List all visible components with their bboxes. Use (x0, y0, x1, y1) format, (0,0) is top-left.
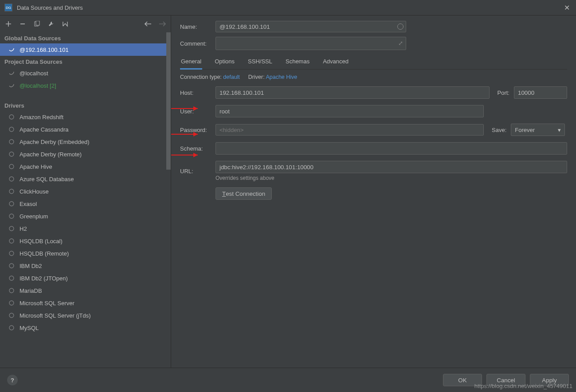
driver-item[interactable]: IBM Db2 (0, 260, 171, 272)
driver-item[interactable]: Microsoft SQL Server (0, 297, 171, 309)
driver-item[interactable]: Apache Cassandra (0, 123, 171, 136)
window-title: Data Sources and Drivers (17, 4, 562, 11)
sidebar: Global Data Sources @192.168.100.101 Pro… (0, 16, 171, 368)
driver-icon (8, 138, 15, 145)
driver-item[interactable]: Exasol (0, 198, 171, 210)
tab-options[interactable]: Options (214, 55, 235, 69)
svg-rect-1 (36, 21, 39, 25)
driver-icon (8, 324, 15, 331)
global-header: Global Data Sources (0, 32, 171, 43)
reset-icon[interactable] (61, 20, 69, 28)
driver-item[interactable]: HSQLDB (Local) (0, 235, 171, 247)
driver-item[interactable]: MySQL (0, 322, 171, 334)
driver-icon (8, 188, 15, 195)
driver-icon (8, 287, 15, 294)
user-input[interactable] (216, 105, 484, 117)
host-input[interactable] (216, 86, 490, 99)
driver-item[interactable]: Apache Derby (Embedded) (0, 136, 171, 148)
url-hint: Overrides settings above (216, 175, 567, 181)
driver-icon (8, 175, 15, 182)
driver-icon (8, 299, 15, 307)
password-label: Password: (180, 127, 216, 133)
footer: ? OK Cancel Apply (0, 368, 576, 392)
driver-label: Amazon Redshift (20, 114, 63, 120)
tab-general[interactable]: General (180, 55, 202, 69)
copy-icon[interactable] (33, 20, 41, 28)
url-input[interactable] (216, 161, 567, 173)
datasource-item[interactable]: @localhost (0, 67, 171, 79)
color-indicator-icon[interactable] (397, 23, 404, 30)
driver-item[interactable]: Apache Hive (0, 160, 171, 173)
sidebar-toolbar (0, 16, 171, 32)
driver-label: Apache Derby (Embedded) (20, 139, 90, 145)
apply-button[interactable]: Apply (530, 374, 569, 386)
svg-point-13 (9, 251, 14, 256)
scrollbar[interactable] (166, 32, 171, 368)
driver-item[interactable]: Amazon Redshift (0, 111, 171, 123)
close-icon[interactable]: ✕ (562, 4, 572, 12)
driver-icon (8, 113, 15, 120)
driver-icon (8, 262, 15, 269)
driver-label: Apache Cassandra (20, 126, 69, 133)
comment-label: Comment: (180, 40, 216, 47)
help-button[interactable]: ? (7, 375, 18, 385)
password-input[interactable]: <hidden> (216, 124, 484, 136)
tab-sshssl[interactable]: SSH/SSL (247, 55, 273, 69)
driver-item[interactable]: Greenplum (0, 210, 171, 222)
driver-icon (8, 151, 15, 158)
port-label: Port: (498, 89, 509, 96)
remove-icon[interactable] (19, 20, 27, 28)
schema-label: Schema: (180, 145, 216, 152)
datasource-icon (8, 70, 15, 77)
svg-point-4 (9, 140, 14, 144)
schema-input[interactable] (216, 142, 567, 155)
driver-item[interactable]: MariaDB (0, 284, 171, 297)
back-icon[interactable] (144, 20, 152, 28)
svg-point-16 (9, 288, 14, 293)
driver-icon (8, 250, 15, 257)
test-connection-button[interactable]: Test Connection (216, 187, 272, 200)
expand-icon[interactable]: ⤢ (398, 40, 403, 47)
datasource-item-selected[interactable]: @192.168.100.101 (0, 43, 171, 56)
driver-icon (8, 275, 15, 282)
driver-item[interactable]: IBM Db2 (JTOpen) (0, 272, 171, 284)
driver-icon (8, 213, 15, 220)
svg-point-17 (9, 301, 14, 305)
tab-schemas[interactable]: Schemas (285, 55, 310, 69)
comment-input[interactable]: ⤢ (216, 37, 406, 50)
url-label: URL: (180, 168, 216, 175)
driver-item[interactable]: Azure SQL Database (0, 173, 171, 185)
datasource-label: @localhost [2] (20, 82, 56, 89)
name-input[interactable] (216, 21, 406, 32)
cancel-button[interactable]: Cancel (486, 374, 525, 386)
driver-item[interactable]: ClickHouse (0, 185, 171, 198)
driver-item[interactable]: Microsoft SQL Server (jTds) (0, 309, 171, 322)
driver-icon (8, 237, 15, 245)
save-select[interactable]: Forever▾ (511, 124, 565, 136)
driver-label: H2 (20, 225, 27, 232)
wrench-icon[interactable] (47, 20, 55, 28)
driver-item[interactable]: Apache Derby (Remote) (0, 148, 171, 160)
driver-label: Microsoft SQL Server (20, 300, 74, 307)
app-icon: DG (4, 4, 12, 12)
svg-point-10 (9, 214, 14, 218)
add-icon[interactable] (4, 20, 12, 28)
driver-item[interactable]: HSQLDB (Remote) (0, 247, 171, 260)
driver-icon (8, 200, 15, 207)
driver-label: HSQLDB (Remote) (20, 250, 69, 257)
ok-button[interactable]: OK (443, 374, 482, 386)
port-input[interactable] (514, 86, 567, 99)
driver-item[interactable]: H2 (0, 222, 171, 235)
tab-advanced[interactable]: Advanced (322, 55, 349, 69)
svg-point-15 (9, 276, 14, 280)
driver-icon (8, 126, 15, 133)
driver-label: Exasol (20, 201, 37, 207)
connection-type-link[interactable]: default (223, 74, 240, 80)
forward-icon (158, 20, 166, 28)
datasource-item[interactable]: @localhost [2] (0, 79, 171, 92)
tabs: General Options SSH/SSL Schemas Advanced (180, 55, 567, 70)
driver-link[interactable]: Apache Hive (266, 74, 297, 80)
svg-point-8 (9, 189, 14, 194)
chevron-down-icon: ▾ (558, 127, 561, 133)
name-label: Name: (180, 23, 216, 30)
